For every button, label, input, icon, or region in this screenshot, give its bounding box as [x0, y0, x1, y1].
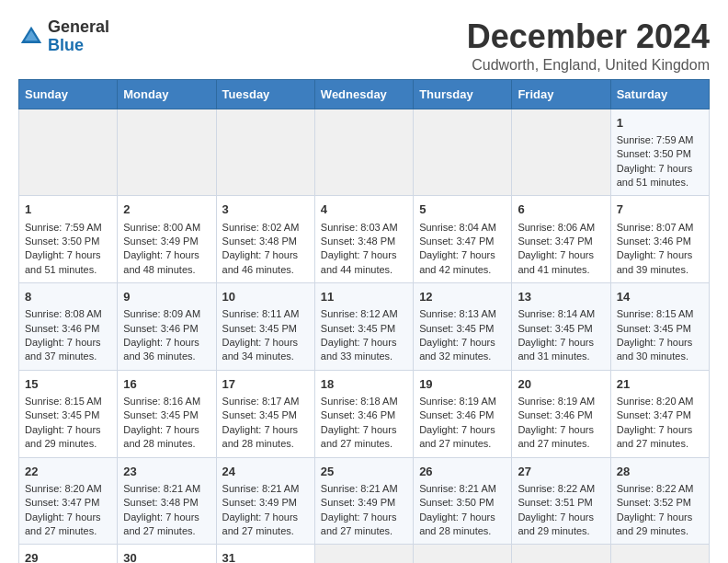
table-row: 7Sunrise: 8:07 AMSunset: 3:46 PMDaylight…	[610, 196, 709, 283]
calendar-header: Sunday Monday Tuesday Wednesday Thursday…	[19, 79, 710, 109]
table-row: 4Sunrise: 8:03 AMSunset: 3:48 PMDaylight…	[314, 196, 413, 283]
table-row: 11Sunrise: 8:12 AMSunset: 3:45 PMDayligh…	[314, 283, 413, 371]
table-row	[414, 109, 512, 196]
main-title: December 2024	[467, 18, 710, 55]
table-row: 3Sunrise: 8:02 AMSunset: 3:48 PMDaylight…	[216, 196, 314, 283]
table-row	[216, 109, 314, 196]
table-row	[314, 545, 413, 563]
table-row: 1Sunrise: 7:59 AMSunset: 3:50 PMDaylight…	[610, 109, 709, 196]
table-row: 20Sunrise: 8:19 AMSunset: 3:46 PMDayligh…	[512, 370, 610, 457]
table-row: 29Sunrise: 8:22 AMSunset: 3:52 PMDayligh…	[19, 545, 118, 563]
logo-line1: General	[48, 18, 109, 37]
header-saturday: Saturday	[610, 79, 709, 109]
header-sunday: Sunday	[19, 79, 118, 109]
table-row	[512, 109, 610, 196]
header-thursday: Thursday	[414, 79, 512, 109]
logo-icon	[18, 24, 44, 50]
table-row: 18Sunrise: 8:18 AMSunset: 3:46 PMDayligh…	[314, 370, 413, 457]
table-row: 28Sunrise: 8:22 AMSunset: 3:52 PMDayligh…	[610, 457, 709, 545]
calendar-table: Sunday Monday Tuesday Wednesday Thursday…	[18, 79, 710, 563]
table-row	[118, 109, 216, 196]
table-row	[314, 109, 413, 196]
title-block: December 2024 Cudworth, England, United …	[467, 18, 710, 74]
header-monday: Monday	[118, 79, 216, 109]
header-wednesday: Wednesday	[314, 79, 413, 109]
table-row: 10Sunrise: 8:11 AMSunset: 3:45 PMDayligh…	[216, 283, 314, 371]
table-row: 6Sunrise: 8:06 AMSunset: 3:47 PMDaylight…	[512, 196, 610, 283]
table-row: 1Sunrise: 7:59 AMSunset: 3:50 PMDaylight…	[19, 196, 118, 283]
table-row	[512, 545, 610, 563]
table-row: 16Sunrise: 8:16 AMSunset: 3:45 PMDayligh…	[118, 370, 216, 457]
page-header: General Blue December 2024 Cudworth, Eng…	[18, 18, 710, 74]
table-row: 26Sunrise: 8:21 AMSunset: 3:50 PMDayligh…	[414, 457, 512, 545]
header-tuesday: Tuesday	[216, 79, 314, 109]
table-row: 8Sunrise: 8:08 AMSunset: 3:46 PMDaylight…	[19, 283, 118, 371]
table-row	[414, 545, 512, 563]
header-friday: Friday	[512, 79, 610, 109]
table-row: 5Sunrise: 8:04 AMSunset: 3:47 PMDaylight…	[414, 196, 512, 283]
table-row: 21Sunrise: 8:20 AMSunset: 3:47 PMDayligh…	[610, 370, 709, 457]
table-row	[19, 109, 118, 196]
table-row: 13Sunrise: 8:14 AMSunset: 3:45 PMDayligh…	[512, 283, 610, 371]
table-row: 22Sunrise: 8:20 AMSunset: 3:47 PMDayligh…	[19, 457, 118, 545]
table-row: 23Sunrise: 8:21 AMSunset: 3:48 PMDayligh…	[118, 457, 216, 545]
table-row	[610, 545, 709, 563]
table-row: 27Sunrise: 8:22 AMSunset: 3:51 PMDayligh…	[512, 457, 610, 545]
table-row: 2Sunrise: 8:00 AMSunset: 3:49 PMDaylight…	[118, 196, 216, 283]
table-row: 9Sunrise: 8:09 AMSunset: 3:46 PMDaylight…	[118, 283, 216, 371]
logo-line2: Blue	[48, 37, 109, 55]
table-row: 15Sunrise: 8:15 AMSunset: 3:45 PMDayligh…	[19, 370, 118, 457]
calendar-body: 1Sunrise: 7:59 AMSunset: 3:50 PMDaylight…	[19, 109, 710, 563]
table-row: 30Sunrise: 8:22 AMSunset: 3:53 PMDayligh…	[118, 545, 216, 563]
logo: General Blue	[18, 18, 109, 55]
table-row: 24Sunrise: 8:21 AMSunset: 3:49 PMDayligh…	[216, 457, 314, 545]
table-row: 12Sunrise: 8:13 AMSunset: 3:45 PMDayligh…	[414, 283, 512, 371]
table-row: 19Sunrise: 8:19 AMSunset: 3:46 PMDayligh…	[414, 370, 512, 457]
table-row: 14Sunrise: 8:15 AMSunset: 3:45 PMDayligh…	[610, 283, 709, 371]
table-row: 25Sunrise: 8:21 AMSunset: 3:49 PMDayligh…	[314, 457, 413, 545]
table-row: 17Sunrise: 8:17 AMSunset: 3:45 PMDayligh…	[216, 370, 314, 457]
subtitle: Cudworth, England, United Kingdom	[467, 57, 710, 74]
table-row: 31Sunrise: 8:22 AMSunset: 3:54 PMDayligh…	[216, 545, 314, 563]
